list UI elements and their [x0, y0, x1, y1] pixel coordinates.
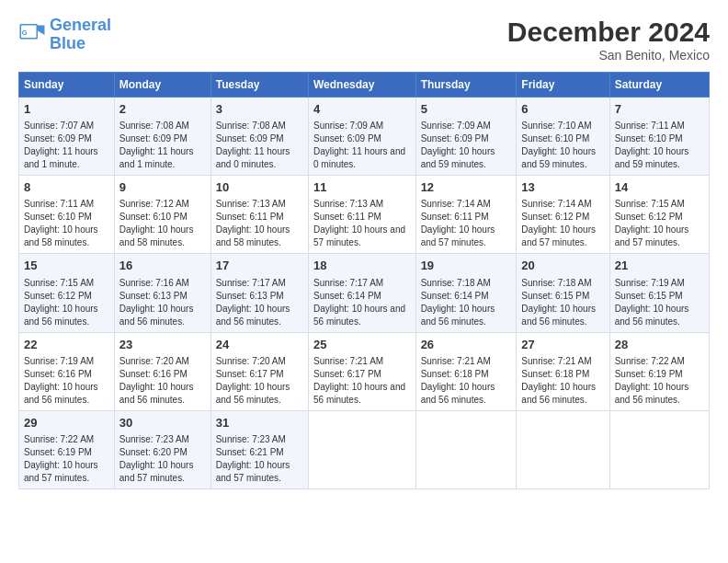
day-number: 18 — [313, 258, 411, 274]
calendar-cell: 7 Sunrise: 7:11 AM Sunset: 6:10 PM Dayli… — [609, 98, 709, 176]
calendar-page: G General Blue December 2024 San Benito,… — [0, 0, 728, 563]
sunrise-label: Sunrise: 7:16 AM — [119, 278, 189, 288]
sunset-label: Sunset: 6:09 PM — [313, 133, 381, 144]
day-number: 2 — [119, 101, 206, 118]
sunrise-label: Sunrise: 7:18 AM — [521, 278, 591, 288]
calendar-cell: 4 Sunrise: 7:09 AM Sunset: 6:09 PM Dayli… — [308, 98, 415, 176]
day-number: 19 — [421, 258, 512, 274]
location: San Benito, Mexico — [507, 48, 710, 63]
daylight-label: Daylight: 10 hours and 56 minutes. — [615, 304, 689, 327]
sunset-label: Sunset: 6:19 PM — [24, 447, 92, 457]
sunset-label: Sunset: 6:13 PM — [216, 291, 284, 301]
day-number: 29 — [24, 415, 109, 431]
daylight-label: Daylight: 10 hours and 56 minutes. — [615, 382, 689, 405]
calendar-row-3: 22 Sunrise: 7:19 AM Sunset: 6:16 PM Dayl… — [19, 332, 710, 410]
calendar-cell: 13 Sunrise: 7:14 AM Sunset: 6:12 PM Dayl… — [517, 176, 609, 254]
sunset-label: Sunset: 6:12 PM — [24, 291, 92, 301]
sunset-label: Sunset: 6:13 PM — [119, 291, 188, 301]
calendar-cell: 21 Sunrise: 7:19 AM Sunset: 6:15 PM Dayl… — [609, 254, 709, 332]
day-number: 22 — [24, 337, 109, 353]
daylight-label: Daylight: 10 hours and 56 minutes. — [119, 304, 194, 327]
daylight-label: Daylight: 11 hours and 0 minutes. — [313, 146, 405, 169]
daylight-label: Daylight: 10 hours and 56 minutes. — [216, 382, 290, 405]
col-sunday: Sunday — [19, 73, 115, 98]
day-number: 9 — [119, 179, 206, 196]
day-number: 7 — [615, 101, 704, 118]
daylight-label: Daylight: 10 hours and 59 minutes. — [521, 146, 596, 169]
daylight-label: Daylight: 10 hours and 56 minutes. — [119, 382, 194, 405]
day-number: 1 — [24, 101, 109, 118]
sunset-label: Sunset: 6:10 PM — [119, 212, 188, 222]
logo-icon: G — [18, 21, 46, 49]
daylight-label: Daylight: 10 hours and 56 minutes. — [313, 382, 405, 405]
day-number: 16 — [119, 258, 206, 274]
daylight-label: Daylight: 10 hours and 58 minutes. — [24, 224, 98, 247]
sunset-label: Sunset: 6:18 PM — [421, 369, 489, 379]
calendar-cell: 15 Sunrise: 7:15 AM Sunset: 6:12 PM Dayl… — [19, 254, 115, 332]
calendar-cell: 17 Sunrise: 7:17 AM Sunset: 6:13 PM Dayl… — [210, 254, 308, 332]
sunrise-label: Sunrise: 7:10 AM — [521, 121, 591, 131]
day-number: 28 — [615, 337, 704, 353]
calendar-cell: 20 Sunrise: 7:18 AM Sunset: 6:15 PM Dayl… — [517, 254, 609, 332]
daylight-label: Daylight: 10 hours and 56 minutes. — [24, 304, 98, 327]
calendar-row-1: 8 Sunrise: 7:11 AM Sunset: 6:10 PM Dayli… — [19, 176, 710, 254]
day-number: 25 — [313, 337, 411, 353]
daylight-label: Daylight: 11 hours and 1 minute. — [24, 146, 98, 169]
daylight-label: Daylight: 10 hours and 56 minutes. — [521, 382, 596, 405]
calendar-cell: 27 Sunrise: 7:21 AM Sunset: 6:18 PM Dayl… — [517, 332, 609, 410]
sunset-label: Sunset: 6:12 PM — [615, 212, 683, 222]
daylight-label: Daylight: 11 hours and 0 minutes. — [216, 146, 290, 169]
sunrise-label: Sunrise: 7:08 AM — [119, 121, 189, 131]
daylight-label: Daylight: 10 hours and 59 minutes. — [421, 146, 495, 169]
sunrise-label: Sunrise: 7:11 AM — [615, 121, 685, 131]
daylight-label: Daylight: 10 hours and 57 minutes. — [216, 460, 290, 483]
sunset-label: Sunset: 6:17 PM — [216, 369, 284, 379]
header: G General Blue December 2024 San Benito,… — [18, 17, 710, 63]
sunrise-label: Sunrise: 7:15 AM — [615, 199, 685, 209]
sunset-label: Sunset: 6:21 PM — [216, 447, 284, 457]
sunset-label: Sunset: 6:09 PM — [24, 133, 92, 144]
daylight-label: Daylight: 10 hours and 59 minutes. — [615, 146, 689, 169]
sunrise-label: Sunrise: 7:21 AM — [421, 356, 491, 366]
sunrise-label: Sunrise: 7:14 AM — [421, 199, 491, 209]
calendar-row-2: 15 Sunrise: 7:15 AM Sunset: 6:12 PM Dayl… — [19, 254, 710, 332]
daylight-label: Daylight: 10 hours and 56 minutes. — [421, 382, 495, 405]
calendar-cell: 12 Sunrise: 7:14 AM Sunset: 6:11 PM Dayl… — [415, 176, 517, 254]
sunset-label: Sunset: 6:11 PM — [216, 212, 284, 222]
sunset-label: Sunset: 6:15 PM — [615, 291, 683, 301]
sunrise-label: Sunrise: 7:09 AM — [313, 121, 383, 131]
sunrise-label: Sunrise: 7:12 AM — [119, 199, 189, 209]
sunrise-label: Sunrise: 7:13 AM — [216, 199, 286, 209]
sunset-label: Sunset: 6:10 PM — [521, 133, 589, 144]
calendar-cell: 31 Sunrise: 7:23 AM Sunset: 6:21 PM Dayl… — [210, 410, 308, 488]
day-number: 15 — [24, 258, 109, 274]
calendar-cell: 18 Sunrise: 7:17 AM Sunset: 6:14 PM Dayl… — [308, 254, 415, 332]
header-row: Sunday Monday Tuesday Wednesday Thursday… — [19, 73, 710, 98]
sunset-label: Sunset: 6:14 PM — [313, 291, 381, 301]
calendar-cell: 3 Sunrise: 7:08 AM Sunset: 6:09 PM Dayli… — [210, 98, 308, 176]
calendar-cell — [517, 410, 609, 488]
daylight-label: Daylight: 10 hours and 56 minutes. — [521, 304, 596, 327]
logo-line1: General — [50, 16, 111, 34]
col-saturday: Saturday — [609, 73, 709, 98]
col-friday: Friday — [517, 73, 609, 98]
day-number: 30 — [119, 415, 206, 431]
sunset-label: Sunset: 6:14 PM — [421, 291, 489, 301]
calendar-cell: 2 Sunrise: 7:08 AM Sunset: 6:09 PM Dayli… — [114, 98, 210, 176]
day-number: 4 — [313, 101, 411, 118]
sunset-label: Sunset: 6:09 PM — [216, 133, 284, 144]
day-number: 26 — [421, 337, 512, 353]
day-number: 20 — [521, 258, 604, 274]
logo: G General Blue — [18, 17, 111, 53]
calendar-cell: 23 Sunrise: 7:20 AM Sunset: 6:16 PM Dayl… — [114, 332, 210, 410]
calendar-row-0: 1 Sunrise: 7:07 AM Sunset: 6:09 PM Dayli… — [19, 98, 710, 176]
sunrise-label: Sunrise: 7:15 AM — [24, 278, 94, 288]
sunrise-label: Sunrise: 7:17 AM — [216, 278, 286, 288]
day-number: 27 — [521, 337, 604, 353]
calendar-cell: 19 Sunrise: 7:18 AM Sunset: 6:14 PM Dayl… — [415, 254, 517, 332]
day-number: 10 — [216, 179, 303, 196]
sunset-label: Sunset: 6:17 PM — [313, 369, 381, 379]
sunrise-label: Sunrise: 7:08 AM — [216, 121, 286, 131]
daylight-label: Daylight: 10 hours and 57 minutes. — [521, 224, 596, 247]
daylight-label: Daylight: 10 hours and 57 minutes. — [119, 460, 194, 483]
